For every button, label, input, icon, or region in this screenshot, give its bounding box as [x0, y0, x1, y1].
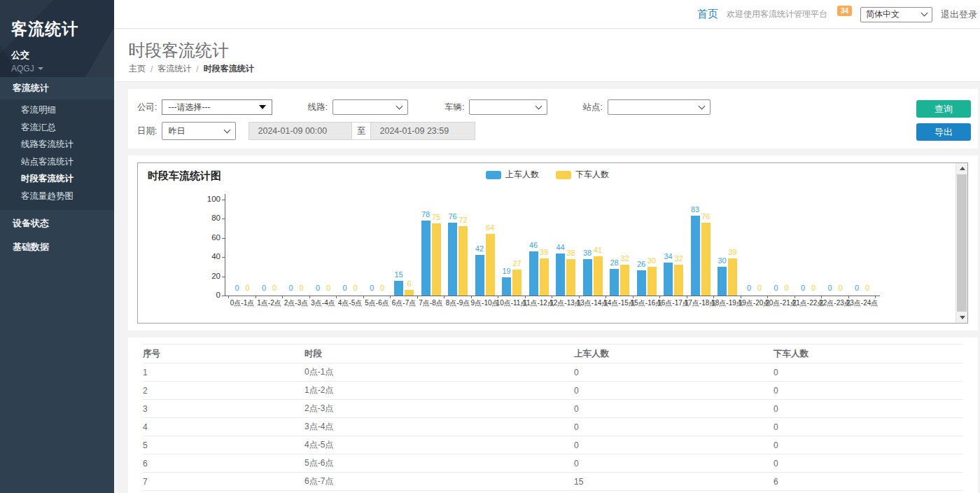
- date-start-input[interactable]: 2024-01-09 00:00: [248, 122, 351, 140]
- table-header-cell: 上车人数: [574, 345, 774, 363]
- language-select[interactable]: 简体中文: [860, 7, 932, 22]
- y-tick-label: 20: [187, 272, 220, 280]
- sidebar-item-线路客流统计[interactable]: 线路客流统计: [0, 136, 114, 153]
- topbar-right-group: 首页 欢迎使用客流统计管理平台 34 简体中文 退出登录: [697, 0, 977, 29]
- filter-row-1: 公司: ---请选择--- 线路: 车辆: 站点:: [137, 99, 710, 115]
- bar-上车人数[interactable]: [718, 267, 727, 296]
- line-label: 线路:: [307, 102, 327, 113]
- table-cell: 0: [574, 436, 774, 454]
- y-tick-mark: [222, 200, 225, 200]
- dropdown-arrow-icon: [259, 105, 266, 109]
- table-cell: 5点-6点: [304, 454, 574, 473]
- top-navbar: 首页 欢迎使用客流统计管理平台 34 简体中文 退出登录: [114, 0, 980, 29]
- sidebar-logo-area: 客流统计 公交 AQGJ: [0, 0, 114, 77]
- table-cell: 0: [774, 418, 963, 436]
- app-logo-title: 客流统计: [0, 0, 114, 40]
- logout-link[interactable]: 退出登录: [941, 8, 977, 21]
- sidebar: 客流统计 公交 AQGJ 客流统计客流明细客流汇总线路客流统计站点客流统计时段客…: [0, 0, 114, 493]
- sidebar-section-客流统计[interactable]: 客流统计: [0, 77, 114, 99]
- bar-下车人数[interactable]: [594, 256, 603, 296]
- bar-上车人数[interactable]: [502, 277, 511, 296]
- bar-上车人数[interactable]: [637, 270, 646, 296]
- bar-上车人数[interactable]: [691, 216, 700, 296]
- table-header-cell: 序号: [143, 345, 304, 363]
- scrollbar-thumb[interactable]: [957, 174, 967, 312]
- date-preset-select[interactable]: 昨日: [162, 122, 236, 140]
- breadcrumb-item: 时段客流统计: [204, 63, 254, 75]
- table-cell: 0: [774, 382, 963, 400]
- sidebar-submenu: 客流明细客流汇总线路客流统计站点客流统计时段客流统计客流量趋势图: [0, 99, 114, 210]
- table-cell: 0点-1点: [304, 363, 574, 382]
- table-cell: 3点-4点: [304, 418, 574, 436]
- export-button[interactable]: 导出: [916, 123, 971, 141]
- table-cell: 6: [143, 454, 304, 473]
- bar-上车人数[interactable]: [421, 221, 430, 296]
- vehicle-select[interactable]: [469, 99, 547, 115]
- sidebar-item-客流量趋势图[interactable]: 客流量趋势图: [0, 188, 114, 205]
- bar-下车人数[interactable]: [620, 265, 629, 296]
- sidebar-item-客流汇总[interactable]: 客流汇总: [0, 119, 114, 137]
- sidebar-item-客流明细[interactable]: 客流明细: [0, 102, 114, 119]
- breadcrumb-separator: /: [150, 64, 153, 74]
- bar-下车人数[interactable]: [566, 259, 575, 296]
- bar-下车人数[interactable]: [648, 267, 657, 296]
- sidebar-section-设备状态[interactable]: 设备状态: [0, 211, 114, 235]
- y-tick-mark: [222, 218, 225, 219]
- page-heading: 时段客流统计 主页/客流统计/时段客流统计: [114, 29, 980, 82]
- breadcrumb-item[interactable]: 客流统计: [158, 63, 191, 75]
- table-cell: 6: [774, 473, 963, 491]
- bar-上车人数[interactable]: [529, 251, 538, 296]
- bar-下车人数[interactable]: [674, 265, 683, 296]
- bar-value-label: 0: [372, 284, 393, 292]
- table-cell: 4: [143, 418, 304, 436]
- table-cell: 5: [143, 436, 304, 454]
- bar-下车人数[interactable]: [486, 234, 495, 296]
- breadcrumb-item[interactable]: 主页: [129, 63, 146, 75]
- table-cell: 0: [774, 436, 963, 454]
- y-tick-label: 60: [187, 233, 220, 242]
- table-cell: 6点-7点: [304, 473, 574, 491]
- bar-下车人数[interactable]: [701, 223, 710, 296]
- company-select[interactable]: ---请选择---: [162, 99, 272, 115]
- sidebar-item-站点客流统计[interactable]: 站点客流统计: [0, 153, 114, 171]
- company-select-value: ---请选择---: [168, 102, 210, 113]
- date-end-input[interactable]: 2024-01-09 23:59: [371, 122, 475, 140]
- y-axis-line: [225, 194, 225, 296]
- bar-上车人数[interactable]: [475, 255, 484, 296]
- table-panel: 序号时段上车人数下车人数 10点-1点0021点-2点0032点-3点0043点…: [128, 338, 978, 493]
- bar-下车人数[interactable]: [540, 258, 549, 296]
- org-code-dropdown[interactable]: AQGJ: [0, 62, 114, 74]
- bar-上车人数[interactable]: [448, 223, 457, 296]
- bar-下车人数[interactable]: [405, 290, 414, 296]
- scroll-up-icon[interactable]: [956, 163, 968, 174]
- x-category-label: 23点-24点: [838, 298, 887, 308]
- station-select[interactable]: [608, 99, 710, 115]
- bar-上车人数[interactable]: [664, 263, 673, 296]
- bar-value-label: 27: [507, 259, 528, 268]
- table-cell: 15: [574, 473, 774, 491]
- table-header-row: 序号时段上车人数下车人数: [143, 345, 963, 363]
- hourly-stats-table: 序号时段上车人数下车人数 10点-1点0021点-2点0032点-3点0043点…: [143, 344, 963, 491]
- chart-vertical-scrollbar[interactable]: [955, 163, 967, 323]
- table-row: 54点-5点00: [143, 436, 963, 454]
- bar-上车人数[interactable]: [583, 259, 592, 296]
- bar-下车人数[interactable]: [728, 258, 737, 296]
- bar-下车人数[interactable]: [512, 270, 522, 296]
- query-button[interactable]: 查询: [916, 100, 971, 118]
- line-select[interactable]: [332, 99, 408, 115]
- table-cell: 0: [774, 400, 963, 418]
- filter-row-2: 日期: 昨日 2024-01-09 00:00 至 2024-01-09 23:…: [137, 122, 475, 140]
- bar-value-label: 32: [668, 254, 690, 263]
- sidebar-item-时段客流统计[interactable]: 时段客流统计: [0, 170, 114, 188]
- sidebar-section-基础数据[interactable]: 基础数据: [0, 235, 114, 259]
- bar-下车人数[interactable]: [432, 223, 441, 296]
- y-tick-mark: [222, 238, 225, 239]
- bar-上车人数[interactable]: [610, 269, 619, 296]
- nav-home-link[interactable]: 首页: [697, 8, 718, 21]
- bar-下车人数[interactable]: [458, 226, 468, 296]
- chevron-down-icon: [224, 126, 231, 133]
- table-cell: 3: [143, 400, 304, 418]
- bar-上车人数[interactable]: [556, 254, 565, 296]
- company-label: 公司:: [137, 102, 157, 113]
- scroll-down-icon[interactable]: [956, 312, 968, 323]
